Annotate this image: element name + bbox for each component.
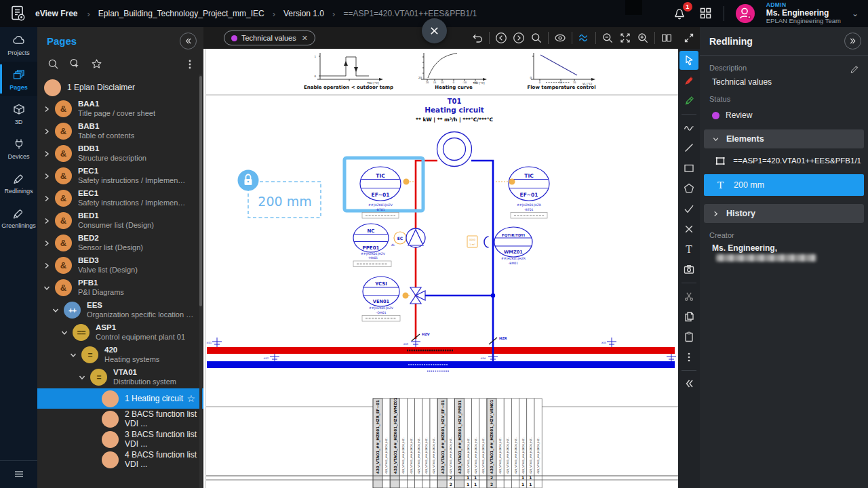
- scrollbar-thumb[interactable]: [199, 76, 202, 306]
- chevron-down-icon[interactable]: [43, 284, 51, 292]
- tree-item-2-bacs-function-list-vdi-[interactable]: 2 BACS function list VDI ...: [37, 409, 203, 429]
- chevron-right-icon[interactable]: [43, 195, 51, 203]
- tool-collapse-icon[interactable]: [679, 374, 698, 393]
- redline-filter-chip[interactable]: Technical values ✕: [224, 30, 315, 45]
- nav-item-redlinings[interactable]: Redlinings: [0, 165, 37, 200]
- tool-paste-icon[interactable]: [679, 327, 698, 346]
- creator-label: Creator: [700, 223, 868, 241]
- tool-pentagon-icon[interactable]: [679, 179, 698, 198]
- tool-cross-icon[interactable]: [679, 220, 698, 239]
- tool-line-icon[interactable]: [679, 138, 698, 157]
- split-view-icon[interactable]: [658, 29, 675, 47]
- tree-item-bed2[interactable]: &BED2Sensor list (Design): [37, 232, 203, 254]
- chevron-right-icon[interactable]: [43, 150, 51, 158]
- user-menu[interactable]: ADMIN Ms. Engineering EPLAN Engineering …: [766, 2, 841, 25]
- close-view-button[interactable]: [422, 18, 447, 43]
- notifications-bell-icon[interactable]: 1: [671, 5, 688, 22]
- notification-badge: 1: [683, 2, 692, 12]
- elements-section-header[interactable]: Elements: [704, 129, 864, 148]
- chevron-down-icon[interactable]: ⌄: [852, 9, 859, 18]
- breadcrumb-project[interactable]: Eplan_Building_Technology_Project_mm_IEC: [98, 9, 264, 18]
- chevron-down-icon[interactable]: [52, 306, 60, 314]
- history-section-header[interactable]: History: [704, 204, 864, 223]
- favorites-star-icon[interactable]: [90, 58, 103, 70]
- chip-label: Technical values: [241, 34, 296, 42]
- chevron-down-icon[interactable]: [60, 329, 68, 337]
- svg-text:1: 1: [521, 482, 524, 487]
- tool-text-icon[interactable]: T: [679, 240, 698, 259]
- drawing-canvas[interactable]: TAU [°C] Enable operation < outdoor temp…: [203, 49, 678, 488]
- chip-close-icon[interactable]: ✕: [302, 34, 308, 43]
- chevron-down-icon[interactable]: [78, 373, 86, 382]
- tool-scissors-icon[interactable]: [679, 287, 698, 306]
- breadcrumb-product[interactable]: eView Free: [35, 9, 77, 18]
- chevron-right-icon[interactable]: [43, 105, 51, 113]
- search-icon[interactable]: [47, 58, 60, 70]
- tree-item-eec1[interactable]: &EEC1Safety instructions / Implementatio…: [37, 187, 203, 209]
- tool-image-icon[interactable]: [679, 260, 698, 279]
- fit-to-screen-icon[interactable]: [616, 29, 634, 47]
- tree-item-1-heating-circuit[interactable]: 1 Heating circuit☆: [37, 388, 203, 409]
- app-logo-icon[interactable]: [7, 2, 30, 25]
- tree-item-vta01[interactable]: =VTA01Distribution system: [37, 366, 203, 388]
- tree-item-bed3[interactable]: &BED3Valve list (Design): [37, 254, 203, 277]
- pid-drawing[interactable]: TAU [°C] Enable operation < outdoor temp…: [203, 49, 678, 488]
- next-page-icon[interactable]: [510, 29, 528, 47]
- chevron-right-icon[interactable]: [43, 262, 51, 270]
- tree-item-bed1[interactable]: &BED1Consumer list (Design): [37, 209, 203, 232]
- kebab-menu-icon[interactable]: [184, 58, 195, 70]
- tool-check-icon[interactable]: [679, 199, 698, 218]
- collapse-panel-button[interactable]: [180, 33, 197, 49]
- nav-item-projects[interactable]: Projects: [0, 27, 37, 62]
- breadcrumb-version[interactable]: Version 1.0: [283, 9, 324, 18]
- redlining-mode-icon[interactable]: [575, 29, 593, 47]
- chevron-right-icon: [712, 210, 719, 218]
- user-team: EPLAN Engineering Team: [766, 18, 841, 25]
- tool-freehand-icon[interactable]: [679, 118, 698, 137]
- nav-item-pages[interactable]: Pages: [0, 62, 37, 96]
- tool-select-icon[interactable]: [679, 51, 698, 70]
- nav-item-devices[interactable]: Devices: [0, 131, 37, 165]
- element-item-rectangle[interactable]: ==ASP1=420.VTA01++EES&PFB1/1: [700, 150, 868, 171]
- tree-item-4-bacs-function-list-vdi-[interactable]: 4 BACS function list VDI ...: [37, 449, 203, 470]
- chevron-right-icon[interactable]: [43, 217, 51, 225]
- tree-item-3-bacs-function-list-vdi-[interactable]: 3 BACS function list VDI ...: [37, 429, 203, 449]
- tree-item-bdb1[interactable]: &BDB1Structure description: [37, 142, 203, 165]
- chevron-right-icon[interactable]: [43, 239, 51, 247]
- tree-item-ees[interactable]: ++EESOrganization specific location stru…: [37, 299, 203, 321]
- visibility-eye-icon[interactable]: [551, 29, 569, 47]
- tree-item-pfb1[interactable]: &PFB1P&I Diagrams: [37, 277, 203, 299]
- avatar[interactable]: [735, 3, 755, 24]
- tree-item-pec1[interactable]: &PEC1Safety instructions / Implementatio…: [37, 165, 203, 187]
- favorite-star-icon[interactable]: ☆: [186, 393, 195, 404]
- heat-exchanger-symbol[interactable]: [437, 132, 472, 167]
- tool-copy-icon[interactable]: [679, 307, 698, 326]
- collapse-redlining-panel-button[interactable]: [844, 33, 861, 49]
- tree-item-1-eplan-disclaimer[interactable]: 1 Eplan Disclaimer: [37, 77, 203, 98]
- zoom-out-icon[interactable]: [599, 29, 616, 47]
- edit-pencil-icon[interactable]: [849, 56, 860, 75]
- tool-marker-red-icon[interactable]: [679, 71, 698, 90]
- search-icon[interactable]: [528, 29, 545, 47]
- chevron-down-icon[interactable]: [69, 351, 77, 359]
- element-item-text-selected[interactable]: T 200 mm: [704, 174, 864, 196]
- tool-marker-green-icon[interactable]: [679, 92, 698, 110]
- tree-item-bab1[interactable]: &BAB1Table of contents: [37, 120, 203, 142]
- undo-icon[interactable]: [469, 29, 486, 47]
- tool-more-icon[interactable]: [679, 348, 698, 367]
- zoom-in-icon[interactable]: [634, 29, 652, 47]
- chevron-right-icon[interactable]: [43, 172, 51, 180]
- tree-item-asp1[interactable]: ==ASP1Control equipment plant 01: [37, 321, 203, 344]
- goto-current-page-icon[interactable]: [68, 58, 81, 70]
- tool-rectangle-icon[interactable]: [679, 159, 698, 178]
- nav-item-threed[interactable]: 3D: [0, 96, 37, 131]
- page-icon: &: [55, 235, 72, 251]
- expand-view-icon[interactable]: [680, 29, 698, 47]
- nav-item-greenlinings[interactable]: Greenlinings: [0, 200, 37, 235]
- nav-menu-button[interactable]: [0, 460, 37, 488]
- apps-grid-icon[interactable]: [698, 6, 713, 20]
- tree-item-baa1[interactable]: &BAA1Title page / cover sheet: [37, 98, 203, 120]
- chevron-right-icon[interactable]: [43, 127, 51, 136]
- previous-page-icon[interactable]: [492, 29, 510, 47]
- tree-item-420[interactable]: =420Heating systems: [37, 344, 203, 366]
